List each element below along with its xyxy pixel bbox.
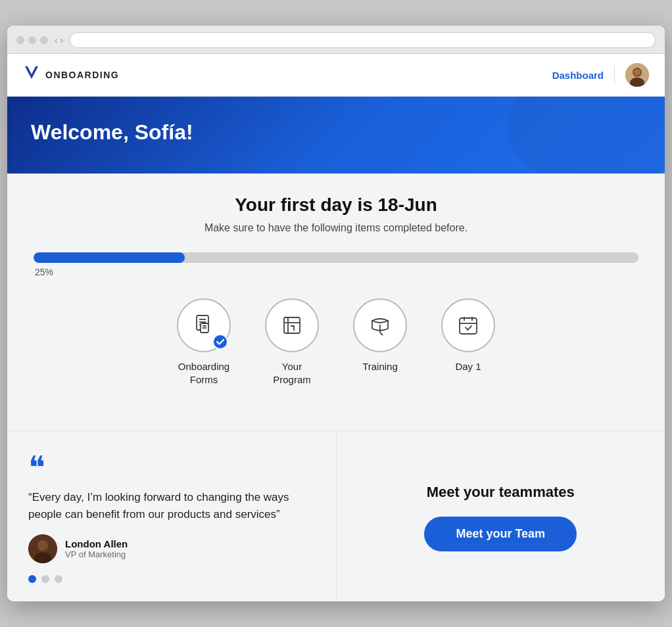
svg-point-4	[634, 69, 640, 76]
first-day-title: Your first day is 18-Jun	[34, 195, 638, 216]
first-day-section: Your first day is 18-Jun Make sure to ha…	[34, 195, 638, 234]
welcome-title: Welcome, Sofía!	[31, 120, 641, 145]
team-section: Meet your teammates Meet your Team	[337, 431, 665, 601]
step-check-badge-onboarding	[212, 334, 228, 350]
browser-dots	[16, 36, 48, 44]
author-name: London Allen	[65, 538, 128, 549]
carousel-dot-2[interactable]	[41, 575, 49, 583]
app-header: ONBOARDING Dashboard	[7, 54, 665, 97]
step-training[interactable]: Training	[353, 298, 407, 386]
logo-icon	[23, 64, 40, 85]
address-bar[interactable]	[70, 32, 656, 48]
progress-bar-fill	[34, 252, 185, 263]
quote-text: “Every day, I’m looking forward to chang…	[28, 489, 315, 522]
step-label-day-1: Day 1	[455, 360, 481, 373]
author-title: VP of Marketing	[65, 549, 128, 559]
dot-yellow	[28, 36, 36, 44]
header-right: Dashboard	[552, 63, 649, 87]
progress-bar-bg	[34, 252, 638, 263]
quote-mark: ❝	[28, 452, 315, 484]
progress-container: 25%	[34, 252, 638, 277]
header-divider	[614, 66, 615, 84]
step-label-your-program: YourProgram	[273, 360, 311, 386]
bottom-section: ❝ “Every day, I’m looking forward to cha…	[7, 430, 665, 601]
carousel-dot-3[interactable]	[55, 575, 62, 583]
step-icon-day-1	[441, 298, 495, 352]
step-day-1[interactable]: Day 1	[441, 298, 495, 386]
step-your-program[interactable]: YourProgram	[265, 298, 319, 386]
nav-arrows[interactable]: ‹ ›	[55, 35, 63, 45]
browser-window: ‹ › ONBOARDING Dashboard	[7, 26, 665, 601]
svg-rect-17	[460, 318, 477, 334]
svg-line-16	[380, 333, 383, 335]
step-icon-your-program	[265, 298, 319, 352]
carousel-dot-1[interactable]	[28, 575, 36, 583]
quote-section: ❝ “Every day, I’m looking forward to cha…	[7, 431, 337, 601]
main-content: Your first day is 18-Jun Make sure to ha…	[7, 174, 665, 430]
step-icon-onboarding-forms	[177, 298, 231, 352]
author-info: London Allen VP of Marketing	[65, 538, 128, 559]
author-avatar	[28, 534, 57, 563]
meet-team-button[interactable]: Meet your Team	[424, 517, 577, 551]
dashboard-link[interactable]: Dashboard	[552, 70, 604, 81]
progress-label: 25%	[34, 267, 638, 277]
carousel-dots	[28, 575, 315, 583]
step-onboarding-forms[interactable]: OnboardingForms	[177, 298, 231, 386]
steps-row: OnboardingForms YourProgram	[34, 298, 638, 386]
first-day-subtitle: Make sure to have the following items co…	[34, 222, 638, 234]
svg-point-22	[37, 540, 48, 551]
quote-author: London Allen VP of Marketing	[28, 534, 315, 563]
logo-area: ONBOARDING	[23, 64, 119, 85]
step-label-training: Training	[362, 360, 398, 373]
dot-red	[16, 36, 24, 44]
svg-marker-0	[25, 66, 38, 79]
user-avatar[interactable]	[625, 63, 649, 87]
browser-chrome: ‹ ›	[7, 26, 665, 54]
svg-rect-12	[284, 317, 300, 333]
dot-green	[40, 36, 48, 44]
logo-text: ONBOARDING	[45, 70, 119, 80]
team-title: Meet your teammates	[427, 484, 575, 501]
hero-banner: Welcome, Sofía!	[7, 97, 665, 174]
step-label-onboarding-forms: OnboardingForms	[178, 360, 229, 386]
step-icon-training	[353, 298, 407, 352]
